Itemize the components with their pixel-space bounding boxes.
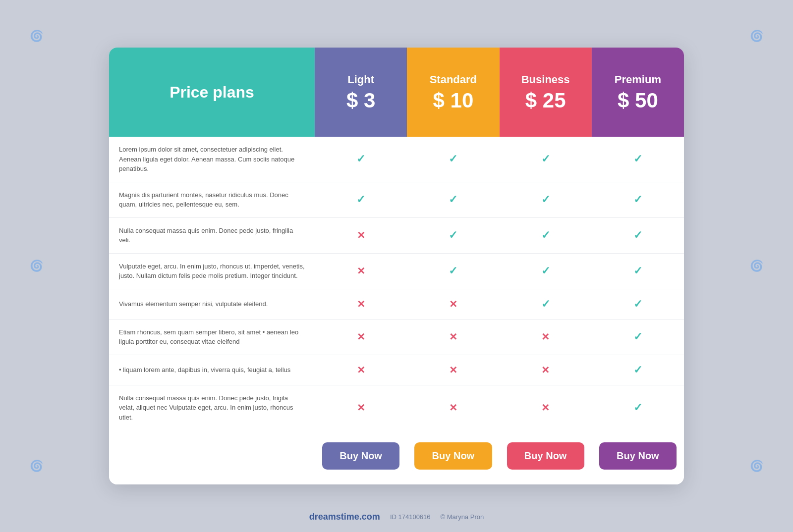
buy-btn-light[interactable]: Buy Now [322, 442, 399, 470]
cross-icon: ✕ [357, 229, 365, 241]
buy-btn-standard[interactable]: Buy Now [414, 442, 492, 470]
watermark-tr: 🌀 [750, 30, 763, 43]
feature-cell: ✓ [500, 182, 592, 217]
feature-cell: ✓ [592, 385, 684, 430]
check-icon: ✓ [449, 265, 457, 277]
feature-cell: ✓ [500, 137, 592, 182]
cross-icon: ✕ [449, 331, 457, 343]
feature-row: Vulputate eget, arcu. In enim justo, rho… [109, 254, 684, 289]
dreamstime-logo: dreamstime.com [309, 512, 380, 522]
cross-icon: ✕ [541, 402, 550, 414]
feature-cell: ✓ [592, 355, 684, 385]
footer-spacer [109, 440, 315, 472]
feature-cell: ✕ [407, 319, 499, 355]
cross-icon: ✕ [541, 331, 550, 343]
plan-price-premium: $ 50 [618, 90, 658, 111]
feature-cell: ✓ [592, 137, 684, 182]
feature-cell: ✓ [407, 254, 499, 289]
cross-icon: ✕ [449, 298, 457, 310]
feature-cell: ✓ [500, 254, 592, 289]
plan-header-standard: Standard $ 10 [407, 48, 499, 137]
dreamstime-footer: dreamstime.com ID 174100616 © Maryna Pro… [309, 512, 484, 522]
feature-cell: ✓ [592, 182, 684, 217]
plan-price-business: $ 25 [525, 90, 566, 111]
check-icon: ✓ [633, 265, 642, 277]
check-icon: ✓ [633, 364, 642, 376]
check-icon: ✓ [633, 330, 642, 343]
pricing-table: Price plans Light $ 3 Standard $ 10 Busi… [109, 48, 684, 484]
check-icon: ✓ [633, 229, 642, 242]
footer-btn-standard: Buy Now [407, 440, 499, 472]
check-icon: ✓ [356, 193, 365, 206]
image-id: ID 174100616 [390, 513, 431, 521]
feature-cell: ✓ [500, 289, 592, 319]
feature-cell: ✕ [315, 254, 407, 289]
feature-description: Magnis dis parturient montes, nasetur ri… [109, 182, 315, 217]
cross-icon: ✕ [357, 265, 365, 277]
feature-cell: ✕ [315, 289, 407, 319]
cross-icon: ✕ [357, 364, 365, 376]
watermark-br: 🌀 [750, 460, 763, 473]
buy-btn-premium[interactable]: Buy Now [599, 442, 677, 470]
feature-row: Nulla consequat massa quis enim. Donec p… [109, 385, 684, 430]
check-icon: ✓ [449, 153, 457, 165]
table-footer: Buy Now Buy Now Buy Now Buy Now [109, 430, 684, 484]
feature-cell: ✕ [500, 385, 592, 430]
check-icon: ✓ [633, 193, 642, 206]
plan-price-standard: $ 10 [433, 90, 474, 111]
check-icon: ✓ [541, 298, 550, 311]
check-icon: ✓ [633, 153, 642, 165]
check-icon: ✓ [633, 298, 642, 311]
watermark-bl: 🌀 [30, 460, 43, 473]
feature-description: • liquam lorem ante, dapibus in, viverra… [109, 355, 315, 385]
feature-cell: ✕ [500, 355, 592, 385]
buy-btn-business[interactable]: Buy Now [507, 442, 584, 470]
feature-row: Nulla consequat massa quis enim. Donec p… [109, 218, 684, 254]
plan-header-premium: Premium $ 50 [592, 48, 684, 137]
feature-cell: ✕ [407, 385, 499, 430]
check-icon: ✓ [541, 193, 550, 206]
check-icon: ✓ [541, 265, 550, 277]
cross-icon: ✕ [541, 364, 550, 376]
table-body: Lorem ipsum dolor sit amet, consectetuer… [109, 137, 684, 430]
plan-name-business: Business [521, 73, 570, 86]
feature-row: Vivamus elementum semper nisi, vulputate… [109, 289, 684, 319]
feature-cell: ✓ [500, 218, 592, 253]
plan-name-light: Light [347, 73, 374, 86]
feature-row: • liquam lorem ante, dapibus in, viverra… [109, 355, 684, 385]
feature-description: Vulputate eget, arcu. In enim justo, rho… [109, 254, 315, 289]
feature-cell: ✕ [407, 355, 499, 385]
feature-cell: ✓ [592, 218, 684, 253]
feature-row: Etiam rhoncus, sem quam semper libero, s… [109, 319, 684, 355]
plan-header-business: Business $ 25 [500, 48, 592, 137]
feature-cell: ✓ [592, 319, 684, 355]
plan-name-standard: Standard [430, 73, 477, 86]
features-header: Price plans [109, 48, 315, 137]
check-icon: ✓ [541, 153, 550, 165]
feature-cell: ✕ [315, 319, 407, 355]
feature-cell: ✓ [592, 254, 684, 289]
copyright: © Maryna Pron [441, 513, 484, 521]
cross-icon: ✕ [357, 331, 365, 343]
feature-cell: ✓ [315, 182, 407, 217]
check-icon: ✓ [356, 153, 365, 165]
feature-cell: ✕ [500, 319, 592, 355]
price-plans-title: Price plans [170, 83, 254, 102]
plan-name-premium: Premium [615, 73, 661, 86]
feature-description: Vivamus elementum semper nisi, vulputate… [109, 289, 315, 319]
feature-cell: ✓ [407, 182, 499, 217]
check-icon: ✓ [449, 193, 457, 206]
feature-description: Nulla consequat massa quis enim. Donec p… [109, 218, 315, 253]
plan-price-light: $ 3 [346, 90, 375, 111]
footer-btn-business: Buy Now [500, 440, 592, 472]
feature-description: Etiam rhoncus, sem quam semper libero, s… [109, 319, 315, 355]
feature-cell: ✓ [407, 218, 499, 253]
watermark-mr: 🌀 [750, 260, 763, 272]
feature-cell: ✕ [407, 289, 499, 319]
watermark-tl: 🌀 [30, 30, 43, 43]
feature-description: Nulla consequat massa quis enim. Donec p… [109, 385, 315, 430]
feature-cell: ✓ [315, 137, 407, 182]
feature-cell: ✓ [407, 137, 499, 182]
cross-icon: ✕ [357, 402, 365, 414]
feature-cell: ✕ [315, 355, 407, 385]
